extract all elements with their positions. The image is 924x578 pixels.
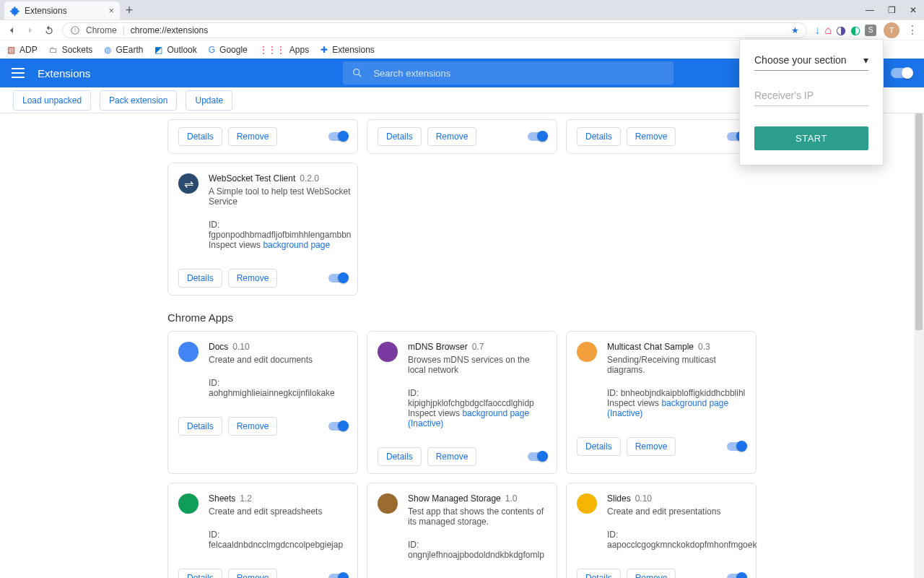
close-tab-icon[interactable]: × <box>108 5 114 16</box>
app-id: ID: felcaaldnbdncclmgdcncolpebgiejap <box>209 530 347 550</box>
search-input[interactable] <box>372 67 665 79</box>
details-button[interactable]: Details <box>577 437 621 456</box>
remove-button[interactable]: Remove <box>228 127 278 146</box>
window-controls: — ❐ ✕ <box>859 0 924 20</box>
remove-button[interactable]: Remove <box>627 437 676 456</box>
avatar[interactable]: T <box>884 22 899 38</box>
ext-icon-5[interactable]: S <box>865 25 876 36</box>
url-host: Chrome <box>86 25 117 35</box>
details-button[interactable]: Details <box>178 127 222 146</box>
app-name: Multicast Chat Sample <box>607 342 694 352</box>
menu-icon[interactable] <box>12 68 25 78</box>
enable-toggle[interactable] <box>727 442 746 451</box>
extension-icon: ⇌ <box>178 173 199 194</box>
bookmark-apps[interactable]: ⋮⋮⋮Apps <box>259 45 309 55</box>
app-id: ID: ongnjlefhnoajpbodoldndkbkdgfomlp <box>408 540 546 560</box>
app-version: 1.0 <box>505 493 518 504</box>
app-description: Create and edit spreadsheets <box>209 506 347 517</box>
app-card: Multicast Chat Sample0.3 Sending/Receivi… <box>566 331 757 474</box>
background-page-link[interactable]: background page (Inactive) <box>408 408 529 428</box>
app-id: ID: bnheobjndkaipbloffigkiddhcbblihl <box>607 388 746 398</box>
extension-id: ID: fgponpodhbmadfljofbimhhlengambbn <box>209 220 351 240</box>
load-unpacked-button[interactable]: Load unpacked <box>13 90 91 111</box>
enable-toggle[interactable] <box>328 274 347 282</box>
remove-button[interactable]: Remove <box>627 569 676 578</box>
bookmark-sockets[interactable]: 🗀Sockets <box>49 45 93 55</box>
app-version: 0.10 <box>232 342 249 352</box>
ext-icon-3[interactable]: ◑ <box>836 23 846 37</box>
app-name: mDNS Browser <box>408 342 468 352</box>
bookmark-gearth[interactable]: ◍GEarth <box>104 45 143 55</box>
pack-extension-button[interactable]: Pack extension <box>100 90 177 111</box>
enable-toggle[interactable] <box>528 132 546 141</box>
remove-button[interactable]: Remove <box>427 127 477 146</box>
caret-down-icon: ▾ <box>863 54 868 66</box>
browser-tab[interactable]: Extensions × <box>4 1 120 20</box>
svg-text:i: i <box>74 27 76 33</box>
enable-toggle[interactable] <box>328 422 347 431</box>
app-icon <box>577 342 597 362</box>
reload-icon[interactable] <box>43 25 55 36</box>
toolbar: i Chrome | chrome://extensions ★ ↓ ⌂ ◑ ◐… <box>0 20 924 40</box>
app-version: 0.3 <box>698 342 710 352</box>
app-description: Test app that shows the contents of its … <box>408 506 546 527</box>
app-card: Docs0.10 Create and edit documents ID: a… <box>167 331 358 474</box>
app-version: 0.7 <box>472 342 484 352</box>
background-page-link[interactable]: background page (Inactive) <box>607 398 728 418</box>
bookmark-google[interactable]: GGoogle <box>209 45 248 55</box>
forward-icon[interactable] <box>25 25 36 36</box>
new-tab-button[interactable]: + <box>120 1 139 20</box>
bookmark-star-icon[interactable]: ★ <box>791 25 799 35</box>
bookmark-adp[interactable]: ▧ADP <box>7 45 38 55</box>
enable-toggle[interactable] <box>328 132 347 141</box>
overflow-menu-icon[interactable]: ⋮ <box>907 23 918 37</box>
app-description: Sending/Receiving multicast diagrams. <box>607 355 746 375</box>
omnibox[interactable]: i Chrome | chrome://extensions ★ <box>62 22 807 38</box>
remove-button[interactable]: Remove <box>228 569 278 578</box>
details-button[interactable]: Details <box>378 127 422 146</box>
restore-icon[interactable]: ❐ <box>881 0 902 20</box>
remove-button[interactable]: Remove <box>427 447 477 466</box>
enable-toggle[interactable] <box>328 574 347 578</box>
toggle-switch[interactable] <box>891 68 912 78</box>
app-id: ID: aapocclcgogkmnckokdopfmhonfmgoek <box>607 530 757 550</box>
extension-description: A Simple tool to help test WebSocket Ser… <box>209 186 351 207</box>
update-button[interactable]: Update <box>186 90 232 111</box>
back-icon[interactable] <box>6 25 17 36</box>
minimize-icon[interactable]: — <box>859 0 881 20</box>
details-button[interactable]: Details <box>378 447 422 466</box>
details-button[interactable]: Details <box>577 127 621 146</box>
enable-toggle[interactable] <box>528 452 546 461</box>
ext-icon-2[interactable]: ⌂ <box>824 24 832 37</box>
inspect-views: Inspect views background page <box>209 240 351 250</box>
enable-toggle[interactable] <box>727 574 746 578</box>
remove-button[interactable]: Remove <box>627 127 676 146</box>
details-button[interactable]: Details <box>178 569 222 578</box>
remove-button[interactable]: Remove <box>228 269 278 288</box>
tab-title: Extensions <box>25 6 67 16</box>
puzzle-icon <box>10 6 20 16</box>
app-version: 1.2 <box>240 493 252 504</box>
receiver-ip-input[interactable]: Receiver's IP <box>754 90 868 106</box>
details-button[interactable]: Details <box>577 569 621 578</box>
start-button[interactable]: START <box>754 126 868 150</box>
bookmark-outlook[interactable]: ◩Outlook <box>154 45 196 55</box>
details-button[interactable]: Details <box>178 417 222 436</box>
section-select[interactable]: Choose your section ▾ <box>754 54 868 71</box>
extension-version: 0.2.0 <box>300 173 319 184</box>
ext-icon-1[interactable]: ↓ <box>814 24 820 37</box>
remove-button[interactable]: Remove <box>228 417 278 436</box>
scrollbar-thumb[interactable] <box>915 113 923 330</box>
section-title: Chrome Apps <box>167 311 757 324</box>
svg-line-3 <box>359 74 361 77</box>
site-info-icon[interactable]: i <box>70 25 80 35</box>
bookmark-extensions[interactable]: ✚Extensions <box>321 45 375 55</box>
search-field[interactable] <box>343 61 674 85</box>
inspect-views: Inspect views background page (Inactive) <box>607 398 746 418</box>
extension-card-footer: Details Remove <box>566 119 757 154</box>
background-page-link[interactable]: background page <box>263 240 330 250</box>
close-window-icon[interactable]: ✕ <box>902 0 924 20</box>
ext-icon-4[interactable]: ◐ <box>850 23 860 37</box>
details-button[interactable]: Details <box>178 269 222 288</box>
scrollbar-track[interactable] <box>914 113 924 578</box>
